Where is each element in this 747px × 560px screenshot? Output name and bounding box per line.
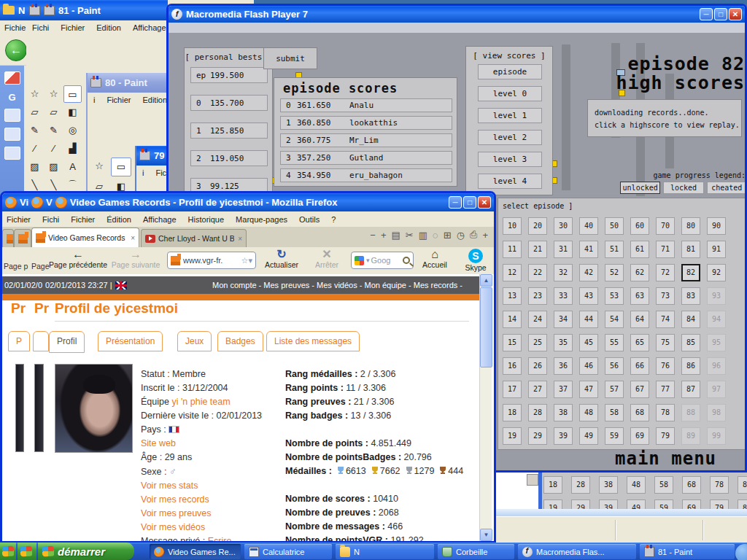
episode-button[interactable]: 91 (707, 241, 726, 258)
episode-button[interactable]: 70 (656, 217, 675, 235)
taskbar-item-calculatrice[interactable]: Calculatrice (244, 544, 332, 559)
taskbar-item-corbeille[interactable]: Corbeille (438, 544, 514, 559)
episode-button[interactable]: 59 (605, 427, 624, 445)
scrollbar[interactable]: ▲ ▼ (479, 274, 492, 541)
episode-button[interactable]: 20 (528, 217, 547, 235)
paint-tool-icon[interactable]: ▱ (44, 104, 63, 121)
paint-tool-icon[interactable]: ▭ (111, 158, 131, 176)
home-button[interactable]: ⌂ Accueil (418, 249, 452, 269)
episode-button[interactable]: 94 (707, 311, 726, 328)
episode-button[interactable]: 53 (605, 287, 624, 305)
paint-menu-item[interactable]: Fichier (61, 23, 85, 32)
episode-button[interactable]: 83 (681, 287, 700, 305)
account-links[interactable]: Mon compte - Mes preuves - Mes vidéos - … (212, 281, 462, 289)
tab-close-icon[interactable]: × (131, 234, 135, 242)
episode-button[interactable]: 65 (630, 334, 649, 351)
episode-button[interactable]: 95 (707, 334, 726, 351)
episode-button[interactable]: 25 (528, 334, 547, 351)
episode-button[interactable]: 28 (528, 404, 547, 421)
tab-youtube[interactable]: Cher Lloyd - Want U Back (U... × (141, 229, 247, 247)
episode-button[interactable]: 42 (579, 264, 598, 281)
episode-button[interactable]: 78 (710, 476, 729, 494)
highscore-row[interactable]: 1 360.850 lookatthis (280, 116, 452, 130)
firefox-menu-item[interactable]: Affichage (143, 215, 177, 224)
voir-videos-link[interactable]: Voir mes vidéos (141, 521, 285, 534)
episode-button[interactable]: 81 (681, 241, 700, 258)
episode-button[interactable]: 79 (710, 499, 729, 509)
episode-button[interactable]: 92 (707, 264, 726, 281)
episode-button[interactable]: 17 (503, 381, 522, 398)
episode-button[interactable]: 86 (681, 357, 700, 375)
paint-tool-icon[interactable]: ▨ (26, 158, 44, 176)
episode-button[interactable]: 59 (654, 499, 673, 509)
episode-button[interactable]: 76 (656, 357, 675, 375)
uk-flag-icon[interactable] (115, 281, 127, 289)
close-button[interactable]: ✕ (729, 8, 742, 20)
episode-button[interactable]: 34 (554, 311, 573, 328)
episode-button[interactable]: 69 (682, 499, 701, 509)
episode-button[interactable]: 49 (627, 499, 646, 509)
episode-button[interactable]: 66 (630, 357, 649, 375)
firefox-menu-item[interactable]: Historique (188, 215, 225, 224)
episode-button[interactable]: 54 (605, 311, 624, 328)
episode-button[interactable]: 61 (630, 241, 649, 258)
firefox-menu-item[interactable]: Outils (299, 215, 320, 224)
episode-button[interactable]: 85 (681, 334, 700, 351)
folder-menu-fichier[interactable]: Fichie (4, 23, 26, 32)
episode-button[interactable]: 21 (528, 241, 547, 258)
toolbar-icon[interactable]: ◌ (433, 230, 438, 241)
toolbar-icon[interactable]: ▤ (392, 230, 400, 241)
view-scores-button[interactable]: level 0 (478, 86, 542, 101)
episode-button[interactable]: 48 (579, 404, 598, 421)
tab-messages[interactable]: Liste des messages (266, 331, 360, 351)
paint-tool-icon[interactable]: A (63, 158, 82, 176)
episode-button[interactable]: 71 (656, 241, 675, 258)
episode-button[interactable]: 48 (627, 476, 646, 494)
episode-button[interactable]: 63 (630, 287, 649, 305)
stop-button[interactable]: ✕ Arrêter (309, 249, 345, 269)
tab-profil[interactable]: Profil (49, 331, 85, 353)
view-scores-button[interactable]: level 1 (478, 108, 542, 123)
episode-button[interactable]: 73 (656, 287, 675, 305)
firefox-menu-item[interactable]: Édition (107, 215, 131, 224)
toolbar-icon[interactable]: ⎙ (470, 229, 477, 241)
tab-jeux[interactable]: Jeux (177, 331, 212, 351)
episode-button[interactable]: 58 (605, 404, 624, 421)
firefox-titlebar[interactable]: Vi V Video Games Records - Profil de yic… (2, 193, 494, 211)
toolbar-icon[interactable]: + (381, 230, 387, 241)
stacked-tab-fragment[interactable] (33, 331, 49, 351)
episode-button[interactable]: 36 (554, 357, 573, 375)
episode-button[interactable]: 29 (528, 427, 547, 445)
episode-button[interactable]: 99 (707, 427, 726, 445)
episode-button[interactable]: 68 (682, 476, 701, 494)
episode-button[interactable]: 88 (681, 404, 700, 421)
highscore-row[interactable]: 4 354.950 eru_bahagon (280, 168, 452, 182)
episode-button[interactable]: 23 (528, 287, 547, 305)
view-scores-button[interactable]: level 4 (478, 174, 542, 189)
episode-button[interactable]: 38 (599, 476, 618, 494)
episode-button[interactable]: 77 (656, 381, 675, 398)
episode-button[interactable]: 30 (554, 217, 573, 235)
paint-tool-icon[interactable]: ☆ (26, 85, 44, 103)
episode-button[interactable]: 39 (599, 499, 618, 509)
episode-button[interactable]: 45 (579, 334, 598, 351)
tab-badges[interactable]: Badges (217, 331, 263, 351)
paint-tool-icon[interactable]: ∕ (44, 140, 63, 158)
episode-button[interactable]: 12 (503, 264, 522, 281)
episode-button[interactable]: 98 (707, 404, 726, 421)
paint-tool-icon[interactable]: ☆ (89, 158, 109, 176)
episode-button[interactable]: 44 (579, 311, 598, 328)
firefox-menu-item[interactable]: Marque-pages (236, 215, 287, 224)
scrollbar-thumb[interactable] (480, 287, 492, 368)
episode-button[interactable]: 33 (554, 287, 573, 305)
episode-button[interactable]: 39 (554, 427, 573, 445)
tab-close-icon[interactable]: × (238, 235, 242, 243)
view-scores-button[interactable]: level 2 (478, 130, 542, 145)
episode-button[interactable]: 10 (503, 217, 522, 235)
episode-button[interactable]: 52 (605, 264, 624, 281)
refresh-button[interactable]: ↻ Actualiser (259, 249, 304, 269)
url-bar[interactable]: www.vgr-fr. ☆ ▾ (167, 252, 256, 269)
search-icon[interactable] (403, 257, 410, 264)
taskbar-item-folder-n[interactable]: N (336, 544, 434, 559)
paint-tool-icon[interactable]: ∕ (26, 140, 44, 158)
